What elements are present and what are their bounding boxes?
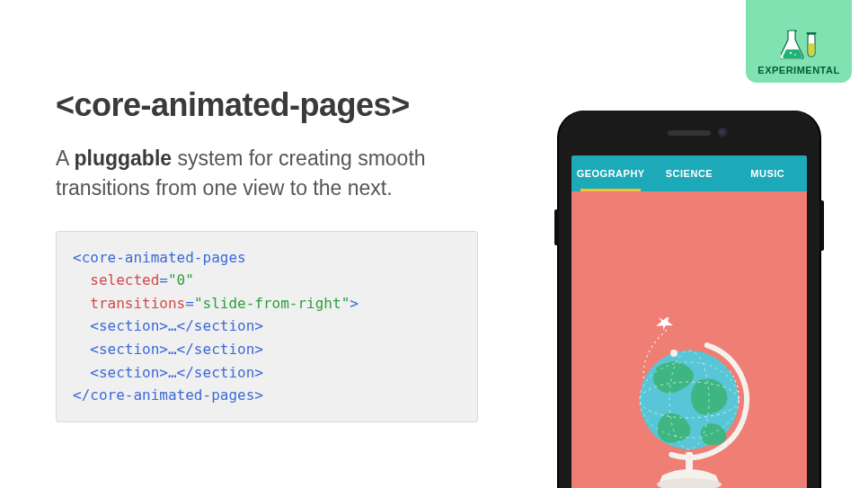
code-section-3: <section>…</section> bbox=[73, 364, 263, 381]
tab-label-music: MUSIC bbox=[750, 168, 784, 179]
tab-bar: GEOGRAPHY SCIENCE MUSIC bbox=[571, 155, 807, 191]
tab-label-science: SCIENCE bbox=[666, 168, 713, 179]
phone-volume-button bbox=[554, 209, 559, 245]
tab-geography[interactable]: GEOGRAPHY bbox=[571, 155, 650, 191]
svg-rect-4 bbox=[807, 32, 817, 35]
svg-point-9 bbox=[670, 350, 678, 357]
globe-illustration bbox=[613, 317, 766, 488]
lab-icons bbox=[781, 29, 817, 59]
code-close-tag: </core-animated-pages> bbox=[73, 386, 263, 404]
code-val-transitions: "slide-from-right" bbox=[194, 295, 350, 312]
flask-icon bbox=[781, 29, 804, 59]
code-section-1: <section>…</section> bbox=[73, 317, 263, 334]
phone-screen: GEOGRAPHY SCIENCE MUSIC bbox=[571, 155, 807, 488]
code-attr-selected: selected bbox=[90, 271, 159, 288]
code-val-selected: "0" bbox=[168, 271, 194, 288]
test-tube-icon bbox=[806, 32, 817, 59]
phone-mockup: GEOGRAPHY SCIENCE MUSIC bbox=[559, 111, 819, 488]
subtitle-bold: pluggable bbox=[74, 146, 172, 170]
svg-rect-10 bbox=[686, 452, 693, 470]
subtitle-lead: A bbox=[56, 146, 74, 170]
tab-music[interactable]: MUSIC bbox=[729, 155, 807, 191]
slide-content: <core-animated-pages> A pluggable system… bbox=[56, 86, 478, 422]
phone-power-button bbox=[819, 200, 824, 251]
badge-label: EXPERIMENTAL bbox=[757, 65, 839, 75]
page-title: <core-animated-pages> bbox=[56, 86, 478, 124]
svg-point-0 bbox=[790, 52, 792, 54]
subtitle: A pluggable system for creating smooth t… bbox=[56, 144, 478, 204]
tab-science[interactable]: SCIENCE bbox=[650, 155, 728, 191]
code-section-2: <section>…</section> bbox=[73, 341, 263, 358]
experimental-badge: EXPERIMENTAL bbox=[746, 0, 852, 83]
svg-point-1 bbox=[794, 54, 796, 56]
code-open-tag: core-animated-pages bbox=[82, 249, 246, 266]
code-attr-transitions: transitions bbox=[90, 295, 185, 312]
tab-label-geography: GEOGRAPHY bbox=[577, 168, 645, 179]
code-example: <core-animated-pages selected="0" transi… bbox=[56, 231, 478, 422]
svg-rect-3 bbox=[809, 43, 815, 56]
